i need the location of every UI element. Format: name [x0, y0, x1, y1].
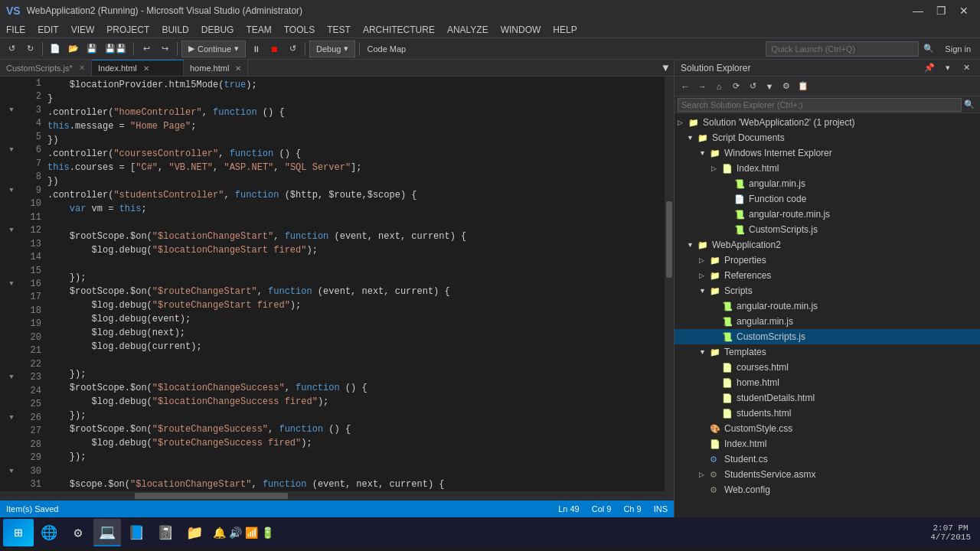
tree-expand-9[interactable]: ▷ — [699, 256, 708, 264]
menu-item-debug[interactable]: DEBUG — [195, 21, 240, 37]
stop-button[interactable]: ⏹ — [266, 41, 283, 57]
tree-item-24[interactable]: ⚙Web.config — [675, 482, 980, 497]
panel-dropdown-button[interactable]: ▾ — [940, 60, 956, 76]
tree-item-5[interactable]: 📄Function code — [675, 191, 980, 207]
fold-indicator-9[interactable]: ▼ — [6, 187, 17, 194]
tree-expand-10[interactable]: ▷ — [699, 272, 708, 279]
tree-item-2[interactable]: ▼📁Windows Internet Explorer — [675, 145, 980, 161]
menu-item-edit[interactable]: EDIT — [31, 21, 64, 37]
fold-indicator-16[interactable]: ▼ — [6, 280, 17, 288]
tree-item-23[interactable]: ▷⚙StudentsService.asmx — [675, 467, 980, 482]
tree-expand-0[interactable]: ▷ — [678, 119, 687, 126]
panel-close-button[interactable]: ✕ — [959, 60, 974, 76]
fold-indicator-23[interactable]: ▼ — [6, 373, 17, 381]
se-back-button[interactable]: ← — [678, 79, 693, 94]
tab-home-html-close[interactable]: ✕ — [235, 64, 241, 73]
se-props-button[interactable]: 📋 — [795, 79, 811, 94]
menu-item-team[interactable]: TEAM — [240, 21, 277, 37]
forward-button[interactable]: ↻ — [21, 41, 38, 57]
tree-expand-23[interactable]: ▷ — [699, 471, 708, 478]
se-settings-button[interactable]: ⚙ — [779, 79, 794, 94]
solution-search-input[interactable] — [678, 98, 962, 112]
vertical-scrollbar[interactable] — [665, 77, 674, 491]
menu-item-view[interactable]: VIEW — [65, 21, 101, 37]
search-button[interactable]: 🔍 — [920, 41, 937, 57]
tree-item-16[interactable]: 📄courses.html — [675, 360, 980, 375]
tree-expand-1[interactable]: ▼ — [687, 134, 696, 142]
menu-item-build[interactable]: BUILD — [155, 21, 194, 37]
menu-item-project[interactable]: PROJECT — [100, 21, 155, 37]
fold-indicator-12[interactable]: ▼ — [6, 227, 17, 234]
taskbar-app-word[interactable]: 📓 — [152, 519, 179, 546]
se-filter-button[interactable]: ▼ — [762, 79, 777, 94]
back-button[interactable]: ↺ — [3, 41, 20, 57]
tab-customscripts[interactable]: CustomScripts.js* ✕ — [0, 60, 92, 76]
menu-item-test[interactable]: TEST — [321, 21, 357, 37]
tree-item-15[interactable]: ▼📁Templates — [675, 344, 980, 360]
tree-item-14[interactable]: 📜CustomScripts.js — [675, 329, 980, 344]
codemap-button[interactable]: Code Map — [364, 41, 409, 57]
tree-expand-2[interactable]: ▼ — [699, 149, 708, 157]
tree-item-20[interactable]: 🎨CustomStyle.css — [675, 421, 980, 436]
menu-item-tools[interactable]: TOOLS — [278, 21, 321, 37]
tree-item-17[interactable]: 📄home.html — [675, 375, 980, 390]
pause-button[interactable]: ⏸ — [247, 41, 264, 57]
tree-item-1[interactable]: ▼📁Script Documents — [675, 130, 980, 145]
tree-item-11[interactable]: ▼📁Scripts — [675, 283, 980, 298]
tree-item-4[interactable]: 📜angular.min.js — [675, 176, 980, 191]
continue-button[interactable]: ▶ Continue ▾ — [181, 41, 246, 57]
undo-button[interactable]: ↩ — [138, 41, 155, 57]
tab-index-close[interactable]: ✕ — [143, 64, 149, 73]
tree-item-0[interactable]: ▷📁Solution 'WebApplication2' (1 project) — [675, 115, 980, 130]
tree-item-3[interactable]: ▷📄Index.html — [675, 161, 980, 176]
tree-expand-15[interactable]: ▼ — [699, 348, 708, 356]
open-button[interactable]: 📂 — [65, 41, 82, 57]
tree-expand-11[interactable]: ▼ — [699, 287, 708, 295]
code-content[interactable]: $locationProvider.html5Mode(true);}.cont… — [44, 77, 665, 491]
minimize-button[interactable]: — — [908, 3, 928, 18]
fold-indicator-3[interactable]: ▼ — [6, 106, 17, 114]
tab-home-html[interactable]: home.html ✕ — [184, 60, 248, 76]
tree-item-7[interactable]: 📜CustomScripts.js — [675, 222, 980, 237]
redo-button[interactable]: ↪ — [156, 41, 173, 57]
scrollbar-thumb[interactable] — [666, 201, 672, 278]
tree-item-13[interactable]: 📜angular.min.js — [675, 314, 980, 329]
menu-item-architecture[interactable]: ARCHITECTURE — [357, 21, 441, 37]
horizontal-scrollbar[interactable] — [0, 491, 674, 500]
taskbar-app-file-manager[interactable]: ⚙️ — [64, 519, 92, 546]
panel-pin-button[interactable]: 📌 — [922, 60, 937, 76]
menu-item-window[interactable]: WINDOW — [495, 21, 547, 37]
tree-expand-8[interactable]: ▼ — [687, 241, 696, 249]
fold-indicator-26[interactable]: ▼ — [6, 414, 17, 422]
tree-item-12[interactable]: 📜angular-route.min.js — [675, 298, 980, 314]
taskbar-app-visual-studio[interactable]: 💻 — [93, 519, 121, 546]
se-forward-button[interactable]: → — [694, 79, 710, 94]
tree-expand-3[interactable]: ▷ — [711, 165, 720, 172]
se-home-button[interactable]: ⌂ — [711, 79, 727, 94]
tab-more-button[interactable]: ▼ — [658, 60, 674, 76]
se-refresh-button[interactable]: ↺ — [745, 79, 760, 94]
menu-item-analyze[interactable]: ANALYZE — [441, 21, 495, 37]
menu-item-file[interactable]: FILE — [0, 21, 31, 37]
tab-index[interactable]: Index.html ✕ — [92, 60, 184, 76]
start-button[interactable]: ⊞ — [3, 519, 34, 546]
save-button[interactable]: 💾 — [83, 41, 100, 57]
menu-item-help[interactable]: HELP — [547, 21, 583, 37]
tree-item-19[interactable]: 📄students.html — [675, 406, 980, 421]
tree-item-22[interactable]: ⚙Student.cs — [675, 452, 980, 467]
tree-item-18[interactable]: 📄studentDetails.html — [675, 390, 980, 406]
restore-button[interactable]: ❒ — [931, 3, 951, 18]
se-search-button[interactable]: 🔍 — [962, 97, 977, 112]
sign-in-link[interactable]: Sign in — [939, 44, 977, 54]
tree-item-9[interactable]: ▷📁Properties — [675, 253, 980, 268]
tree-item-6[interactable]: 📜angular-route.min.js — [675, 207, 980, 222]
save-all-button[interactable]: 💾💾 — [102, 41, 129, 57]
tree-item-10[interactable]: ▷📁References — [675, 268, 980, 283]
tree-item-8[interactable]: ▼📁WebApplication2 — [675, 237, 980, 253]
tree-item-21[interactable]: 📄Index.html — [675, 436, 980, 452]
taskbar-app-onenote[interactable]: 📘 — [122, 519, 150, 546]
new-file-button[interactable]: 📄 — [47, 41, 64, 57]
quick-launch-input[interactable] — [766, 41, 919, 57]
hscroll-thumb[interactable] — [135, 493, 288, 499]
debug-dropdown[interactable]: Debug ▾ — [309, 41, 355, 57]
